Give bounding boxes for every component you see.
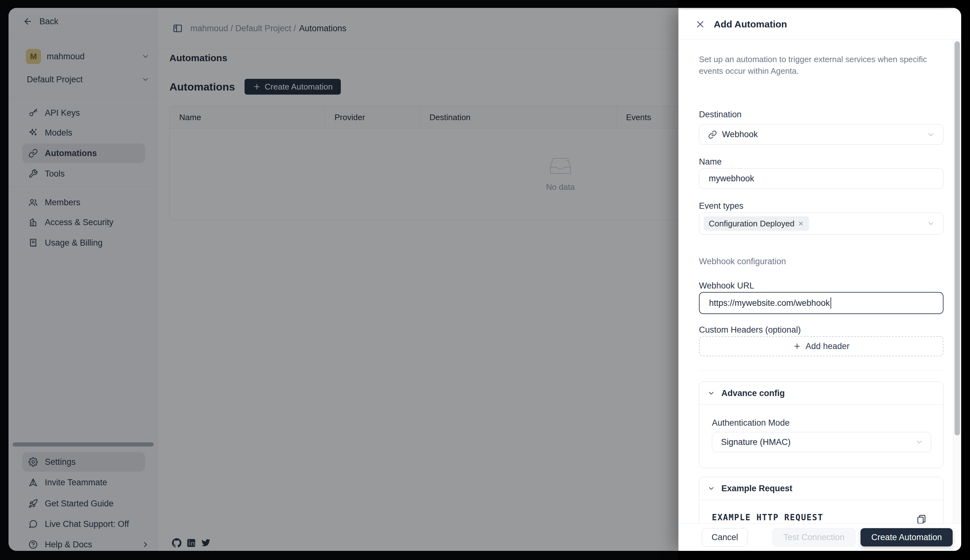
destination-value: Webhook	[722, 130, 758, 139]
webhook-url-label: Webhook URL	[699, 281, 754, 291]
chevron-down-icon	[927, 130, 935, 139]
auth-mode-label: Authentication Mode	[712, 418, 789, 428]
code-title: EXAMPLE HTTP REQUEST	[712, 513, 823, 522]
example-request-panel: Example Request EXAMPLE HTTP REQUEST POS…	[699, 477, 943, 523]
close-icon[interactable]	[695, 19, 706, 30]
add-header-label: Add header	[806, 342, 850, 351]
chevron-down-icon	[707, 485, 715, 492]
advance-config-body: Authentication Mode Signature (HMAC)	[699, 405, 943, 468]
screen: Back M mahmoud Default Project	[0, 0, 970, 560]
test-connection-button[interactable]: Test Connection	[773, 528, 856, 547]
webhook-url-value: https://mywebsite.com/webhook	[709, 298, 830, 308]
example-request-title: Example Request	[721, 484, 792, 493]
auth-mode-value: Signature (HMAC)	[721, 437, 791, 447]
destination-select[interactable]: Webhook	[699, 124, 943, 145]
name-input[interactable]: mywebhook	[699, 168, 943, 189]
create-automation-submit-button[interactable]: Create Automation	[861, 528, 953, 547]
event-types-select[interactable]: Configuration Deployed	[699, 213, 943, 235]
tag-close-icon[interactable]	[798, 220, 804, 227]
custom-headers-label: Custom Headers (optional)	[699, 325, 801, 335]
chevron-down-icon	[915, 438, 923, 446]
cancel-button[interactable]: Cancel	[702, 528, 748, 547]
drawer-header: Add Automation	[679, 10, 961, 39]
divider	[699, 370, 943, 370]
link-icon	[708, 130, 717, 139]
add-header-button[interactable]: Add header	[699, 336, 943, 356]
destination-label: Destination	[699, 110, 741, 120]
drawer-scrollbar-thumb[interactable]	[955, 41, 960, 435]
advance-config-header[interactable]: Advance config	[699, 382, 943, 405]
drawer-mask[interactable]	[0, 0, 679, 560]
advance-config-panel: Advance config Authentication Mode Signa…	[699, 382, 943, 468]
webhook-url-input[interactable]: https://mywebsite.com/webhook	[699, 292, 943, 314]
drawer-body: Set up an automation to trigger external…	[679, 40, 961, 523]
example-request-body: EXAMPLE HTTP REQUEST POST https://mywebs…	[699, 500, 943, 523]
event-type-tag-label: Configuration Deployed	[709, 219, 794, 228]
drawer-title: Add Automation	[714, 19, 787, 30]
add-automation-drawer: Add Automation Set up an automation to t…	[679, 10, 961, 551]
copy-icon[interactable]	[916, 514, 927, 523]
webhook-section-title: Webhook configuration	[699, 257, 786, 267]
drawer-description: Set up an automation to trigger external…	[699, 53, 939, 77]
auth-mode-select[interactable]: Signature (HMAC)	[712, 432, 931, 452]
plus-icon	[793, 342, 801, 350]
name-value: mywebhook	[709, 174, 754, 183]
example-request-header[interactable]: Example Request	[699, 477, 943, 500]
drawer-footer: Cancel Test Connection Create Automation	[679, 523, 961, 551]
drawer-scrollbar-track	[953, 39, 961, 523]
name-label: Name	[699, 157, 722, 167]
text-caret	[831, 297, 831, 309]
advance-config-title: Advance config	[721, 388, 785, 398]
chevron-down-icon	[707, 389, 715, 397]
event-types-label: Event types	[699, 201, 743, 211]
chevron-down-icon	[927, 220, 935, 228]
event-type-tag: Configuration Deployed	[704, 216, 809, 231]
